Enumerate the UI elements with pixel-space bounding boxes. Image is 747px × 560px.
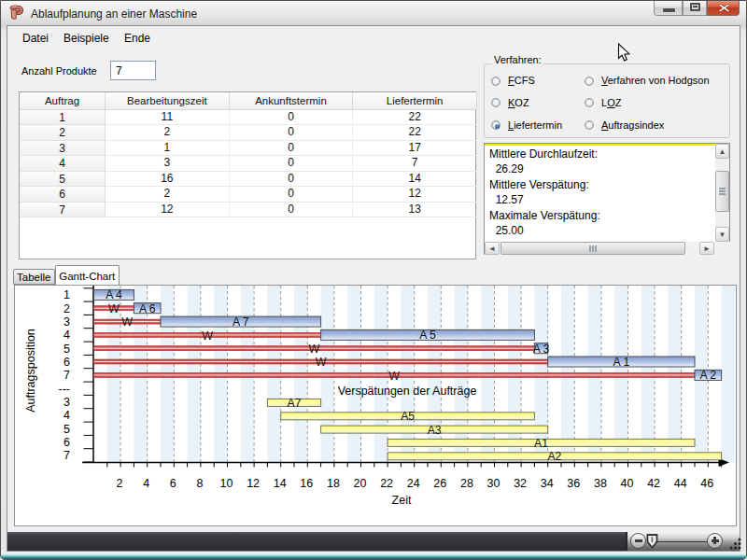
svg-text:36: 36 xyxy=(567,477,580,490)
svg-text:A 3: A 3 xyxy=(533,343,550,356)
svg-text:2: 2 xyxy=(117,477,123,490)
svg-text:12: 12 xyxy=(247,477,260,490)
svg-text:A 4: A 4 xyxy=(106,288,122,301)
svg-text:Auftragsposition: Auftragsposition xyxy=(24,329,37,413)
svg-text:44: 44 xyxy=(674,477,687,490)
svg-text:32: 32 xyxy=(514,477,527,490)
svg-text:Verspätungen der Aufträge: Verspätungen der Aufträge xyxy=(338,385,477,398)
svg-text:16: 16 xyxy=(300,477,313,490)
svg-text:38: 38 xyxy=(594,477,607,490)
svg-text:6: 6 xyxy=(63,436,70,449)
svg-text:W: W xyxy=(202,329,213,343)
svg-text:A2: A2 xyxy=(547,450,561,463)
svg-text:5: 5 xyxy=(63,423,70,436)
svg-text:A7: A7 xyxy=(288,397,302,410)
svg-text:4: 4 xyxy=(63,329,70,342)
svg-text:4: 4 xyxy=(63,409,70,422)
svg-text:1: 1 xyxy=(63,288,70,301)
svg-text:34: 34 xyxy=(541,477,554,490)
svg-text:A 2: A 2 xyxy=(699,369,716,382)
svg-text:14: 14 xyxy=(274,477,287,490)
svg-text:A 7: A 7 xyxy=(233,315,249,329)
svg-text:A 1: A 1 xyxy=(613,356,630,369)
svg-text:A 5: A 5 xyxy=(419,329,436,342)
svg-text:W: W xyxy=(121,315,133,329)
svg-text:2: 2 xyxy=(63,302,70,315)
svg-text:W: W xyxy=(388,370,400,383)
svg-text:Zeit: Zeit xyxy=(392,494,412,507)
svg-text:24: 24 xyxy=(407,477,420,490)
svg-text:A1: A1 xyxy=(534,437,548,450)
svg-text:6: 6 xyxy=(170,477,176,490)
svg-text:A 6: A 6 xyxy=(139,302,156,315)
svg-text:28: 28 xyxy=(460,477,473,490)
svg-text:W: W xyxy=(316,356,327,369)
svg-text:6: 6 xyxy=(63,356,70,369)
svg-text:42: 42 xyxy=(647,477,660,490)
svg-text:7: 7 xyxy=(63,369,70,382)
svg-text:46: 46 xyxy=(700,477,713,490)
svg-text:20: 20 xyxy=(354,477,367,490)
svg-text:26: 26 xyxy=(433,477,446,490)
svg-text:A5: A5 xyxy=(401,410,415,423)
svg-text:22: 22 xyxy=(380,477,393,490)
svg-text:40: 40 xyxy=(621,477,634,490)
svg-text:18: 18 xyxy=(327,477,340,490)
svg-text:10: 10 xyxy=(220,477,233,490)
svg-text:3: 3 xyxy=(63,396,70,409)
svg-text:---: --- xyxy=(59,383,71,396)
svg-text:W: W xyxy=(309,343,320,356)
svg-text:3: 3 xyxy=(63,315,70,329)
svg-text:4: 4 xyxy=(143,477,149,490)
svg-text:7: 7 xyxy=(63,449,70,462)
svg-text:A3: A3 xyxy=(428,424,442,437)
svg-text:5: 5 xyxy=(63,343,70,356)
svg-text:8: 8 xyxy=(196,477,203,490)
svg-text:30: 30 xyxy=(487,477,500,490)
svg-text:W: W xyxy=(108,302,120,315)
